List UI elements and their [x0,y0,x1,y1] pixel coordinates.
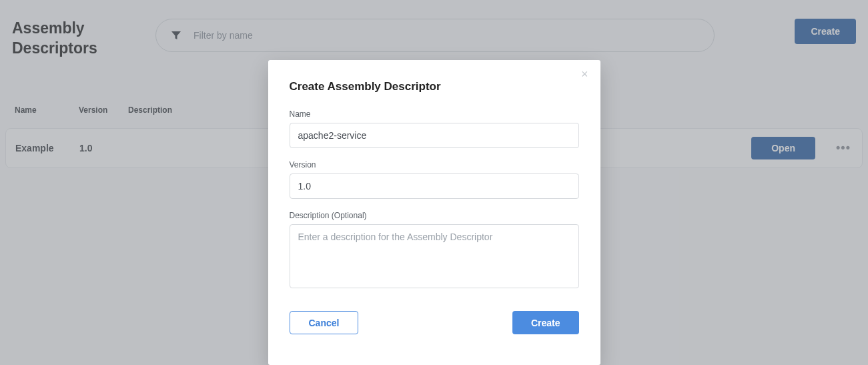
modal-title: Create Assembly Descriptor [290,80,579,93]
cancel-button[interactable]: Cancel [290,311,359,334]
name-label: Name [290,109,579,119]
version-field[interactable] [290,173,579,199]
create-assembly-modal: × Create Assembly Descriptor Name Versio… [268,60,600,365]
description-field[interactable] [290,224,579,288]
close-icon[interactable]: × [581,68,588,80]
version-label: Version [290,160,579,169]
name-field[interactable] [290,123,579,148]
description-label: Description (Optional) [290,211,579,220]
create-button-modal[interactable]: Create [512,311,579,334]
modal-overlay: × Create Assembly Descriptor Name Versio… [0,0,868,365]
